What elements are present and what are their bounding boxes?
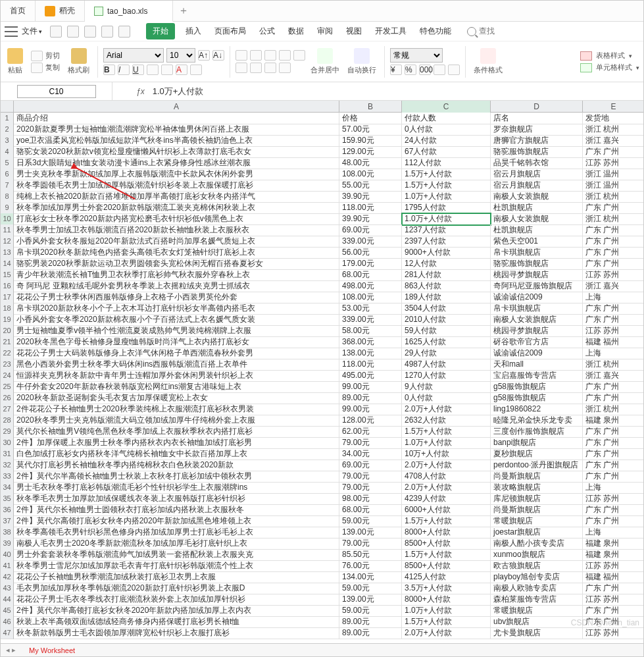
ribbon-tab-formula[interactable]: 公式 [257, 23, 278, 39]
cell[interactable]: 杜凯旗舰店 [491, 202, 583, 214]
copy-button[interactable]: 复制 [31, 63, 60, 73]
row-header[interactable]: 36 [1, 504, 14, 516]
cell[interactable]: 尤卡曼旗舰店 [491, 627, 583, 639]
cell[interactable]: 59人付款 [402, 325, 491, 337]
cell[interactable]: 广东 广州 [583, 460, 643, 471]
header-cell[interactable]: 店名 [491, 113, 583, 124]
cell[interactable]: 67人付款 [402, 146, 491, 158]
cell[interactable]: 3504人付款 [402, 303, 491, 315]
cell[interactable]: perdontoo·派丹图旗舰店 [491, 460, 583, 471]
header-cell[interactable]: 付款人数 [402, 113, 491, 124]
cell[interactable]: 79.00元 [339, 482, 402, 494]
row-header[interactable]: 2 [1, 124, 14, 136]
cell[interactable]: 江苏 苏州 [583, 627, 643, 639]
cell[interactable]: 浙江 杭州 [583, 213, 643, 225]
cell[interactable]: 281人付款 [402, 269, 491, 281]
cell[interactable]: 江苏 苏州 [583, 594, 643, 606]
cell[interactable]: 装攻略旗舰店 [491, 482, 583, 494]
cell[interactable]: 桃园寻梦旗舰店 [491, 269, 583, 281]
cell[interactable]: 4239人付款 [402, 493, 491, 505]
file-menu[interactable]: 文件▾ [22, 26, 42, 37]
currency-icon[interactable]: ¥ [390, 65, 402, 75]
redo-icon[interactable] [118, 26, 130, 38]
cell[interactable]: 34.00元 [339, 448, 402, 460]
cell[interactable]: 福建 福州 [583, 336, 643, 348]
row-header[interactable]: 11 [1, 224, 14, 236]
cell[interactable]: 2件】莫代尔半高领打底衫女秋冬2020年新款内搭加绒加厚上衣内衣 [14, 605, 339, 617]
ribbon-tab-start[interactable]: 开始 [146, 23, 175, 39]
cell[interactable]: 浙江 嘉兴 [583, 370, 643, 382]
cell[interactable]: 常暖旗舰店 [491, 515, 583, 527]
cell[interactable]: 59.00元 [339, 583, 402, 594]
table-styles[interactable]: 表格样式▾ [580, 51, 639, 61]
row-header[interactable]: 43 [1, 583, 14, 594]
cell[interactable]: 134.00元 [339, 571, 402, 583]
decrease-decimal-icon[interactable] [448, 65, 460, 75]
cell[interactable]: 桃园寻梦旗舰店 [491, 325, 583, 337]
cell[interactable]: 68.00元 [339, 504, 402, 516]
cell[interactable]: 48.00元 [339, 157, 402, 169]
paste-group[interactable]: 粘贴 [5, 48, 26, 75]
cell[interactable]: 2020秋冬季男士夹克韩版潮流大码立领加绒加厚牛仔纯棉外套上衣服 [14, 415, 339, 427]
cell[interactable]: 59.00元 [339, 605, 402, 617]
cell[interactable]: 2.0万+人付款 [402, 460, 491, 471]
tab-close-icon[interactable] [151, 5, 163, 17]
cell[interactable]: 108.00元 [339, 169, 402, 180]
cell[interactable]: 秋冬季男士加绒卫衣韩版潮流百搭2020新款长袖t恤秋装上衣服秋衣 [14, 224, 339, 236]
cell[interactable]: ubv旗舰店 [491, 616, 583, 628]
cell[interactable]: 花花公子男士大码装韩版修身上衣洋气休闲格子单西潮流春秋外套男 [14, 348, 339, 359]
cell[interactable]: 118.00元 [339, 359, 402, 371]
cell[interactable]: g58服饰旗舰店 [491, 392, 583, 404]
row-header[interactable]: 13 [1, 247, 14, 259]
cell[interactable]: 纯棉上衣长袖2020新款百搭堆堆领加厚半高领打底衫女秋冬内搭洋气 [14, 191, 339, 203]
ribbon-tab-data[interactable]: 数据 [285, 23, 307, 39]
comma-icon[interactable]: 000 [419, 65, 431, 75]
row-header[interactable]: 7 [1, 180, 14, 192]
cell[interactable]: 莫代尔长袖t恤男V领纯色黑色秋冬季加绒上衣服秋季秋衣内搭打底衫 [14, 426, 339, 438]
cell[interactable]: 男士外套套装秋冬季韩版潮流帅气加绒男装一套搭配秋装上衣服夹克 [14, 549, 339, 561]
cell[interactable]: 85.50元 [339, 549, 402, 561]
row-header[interactable]: 21 [1, 336, 14, 348]
print-icon[interactable] [67, 26, 79, 38]
cell[interactable]: 139.00元 [339, 594, 402, 606]
align-bottom-icon[interactable] [264, 50, 276, 61]
cell[interactable]: 863人付款 [402, 280, 491, 292]
cell[interactable]: 小香风外套女秋冬服短2020年新款法式百搭时尚加厚名媛气质短上衣 [14, 236, 339, 248]
cell[interactable]: 108.00元 [339, 292, 402, 303]
cell[interactable]: 79.00元 [339, 437, 402, 449]
cell[interactable]: 广东 广州 [583, 236, 643, 248]
col-E[interactable]: E [583, 101, 643, 113]
cell[interactable]: 睦隆兄弟金快乐龙专卖 [491, 415, 583, 427]
cell[interactable]: 广东 广州 [583, 616, 643, 628]
number-format-select[interactable]: 常规 [390, 48, 443, 63]
cell[interactable]: 福建 泉州 [583, 538, 643, 550]
cell[interactable]: 花花公子男士毛衣冬季线衣打底潮流秋装外套上衣加绒加厚针织衫 [14, 594, 339, 606]
cell[interactable]: 打底衫女士秋冬季2020新款内搭宽松磨毛衣针织衫低v领黑色上衣 [14, 213, 339, 225]
cell[interactable]: 99.00元 [339, 404, 402, 415]
row-header[interactable]: 8 [1, 191, 14, 203]
underline-icon[interactable]: U [132, 65, 144, 75]
increase-decimal-icon[interactable] [433, 65, 445, 75]
row-header[interactable]: 46 [1, 616, 14, 628]
cell[interactable]: 89.00元 [339, 627, 402, 639]
col-C[interactable]: C [402, 101, 491, 113]
font-select[interactable]: Arial [103, 48, 164, 63]
cell[interactable]: 浙江 嘉兴 [583, 280, 643, 292]
cell[interactable]: 紫色天空001 [491, 236, 583, 248]
cell[interactable]: 1.0万+人付款 [402, 191, 491, 203]
cell[interactable]: 3.5万+人付款 [402, 583, 491, 594]
col-D[interactable]: D [491, 101, 583, 113]
row-header[interactable]: 14 [1, 258, 14, 270]
cell[interactable]: 日系3d大眼睛短袖t恤女装动漫卡通ins上衣紧身修身性感冰丝潮衣服 [14, 157, 339, 169]
align-top-icon[interactable] [235, 50, 247, 61]
cell[interactable]: 唐狮官方旗舰店 [491, 135, 583, 147]
cond-format[interactable]: 条件格式 [471, 48, 505, 75]
cell[interactable]: 4987人付款 [402, 359, 491, 371]
cell[interactable]: 79.00元 [339, 538, 402, 550]
row-header[interactable]: 9 [1, 202, 14, 214]
cell[interactable]: 森柏莱服饰专营店 [491, 594, 583, 606]
cell[interactable]: 1795人付款 [402, 202, 491, 214]
cell[interactable]: 帛卡琪旗舰店 [491, 303, 583, 315]
cell[interactable]: 2件】莫代尔半高领长袖t恤男士秋装上衣秋冬打底衫加绒中领秋衣男 [14, 471, 339, 483]
cell[interactable]: 毛衣男加绒加厚秋冬季韩版潮流2020新款打底针织衫男装上衣服D [14, 583, 339, 594]
